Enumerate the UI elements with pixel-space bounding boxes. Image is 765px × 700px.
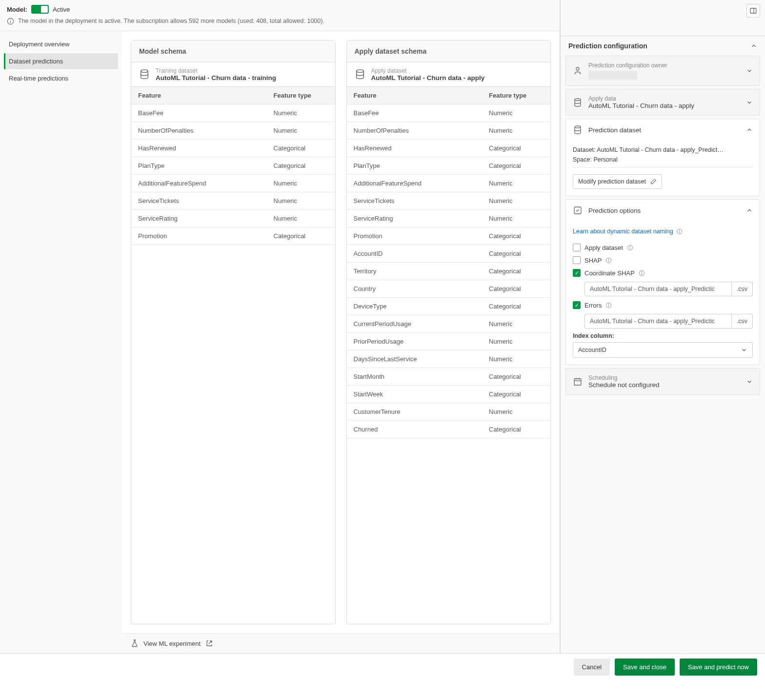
table-row: ServiceRatingNumeric xyxy=(131,210,335,227)
training-dataset-name: AutoML Tutorial - Churn data - training xyxy=(156,74,276,82)
info-icon xyxy=(676,228,683,235)
feature-cell: PriorPeriodUsage xyxy=(347,333,483,350)
feature-cell: HasRenewed xyxy=(347,140,483,157)
prediction-config-panel: Prediction configuration Prediction conf… xyxy=(560,0,765,653)
chevron-down-icon xyxy=(746,99,753,106)
feature-type-cell: Numeric xyxy=(482,104,550,122)
feature-cell: Territory xyxy=(347,263,483,280)
feature-cell: Churned xyxy=(347,421,483,438)
errors-checkbox[interactable] xyxy=(573,301,581,309)
view-ml-experiment-link[interactable]: View ML experiment xyxy=(122,633,560,653)
feature-cell: CustomerTenure xyxy=(347,403,483,420)
table-row: ServiceTicketsNumeric xyxy=(347,192,551,210)
apply-schema-title: Apply dataset schema xyxy=(347,41,551,62)
table-row: ServiceTicketsNumeric xyxy=(131,192,335,210)
feature-cell: NumberOfPenalties xyxy=(347,122,483,139)
feature-type-cell: Numeric xyxy=(267,210,335,227)
learn-dynamic-naming-link[interactable]: Learn about dynamic dataset naming xyxy=(573,228,683,235)
prediction-dataset-section[interactable]: Prediction dataset xyxy=(566,119,760,141)
feature-type-cell: Categorical xyxy=(267,140,335,157)
save-and-close-button[interactable]: Save and close xyxy=(615,659,675,676)
chevron-up-icon xyxy=(746,207,753,214)
model-status: Active xyxy=(53,6,70,13)
save-and-predict-button[interactable]: Save and predict now xyxy=(680,659,757,676)
options-icon xyxy=(573,206,583,215)
prediction-dataset-name: AutoML Tutorial - Churn data - apply_Pre… xyxy=(597,146,723,153)
model-schema-panel: Model schema Training dataset AutoML Tut… xyxy=(131,40,336,624)
feature-type-cell: Numeric xyxy=(482,192,550,209)
model-active-toggle[interactable] xyxy=(31,5,49,14)
coordinate-shap-filename-input[interactable] xyxy=(584,282,732,296)
coordinate-shap-checkbox[interactable] xyxy=(573,269,581,277)
table-row: PlanTypeCategorical xyxy=(347,157,551,175)
apply-data-section[interactable]: Apply data AutoML Tutorial - Churn data … xyxy=(566,89,760,115)
sidebar-item-dataset-predictions[interactable]: Dataset predictions xyxy=(4,53,118,69)
cancel-button[interactable]: Cancel xyxy=(574,659,610,676)
sidebar-item-deployment-overview[interactable]: Deployment overview xyxy=(4,36,118,52)
svg-point-9 xyxy=(575,126,581,128)
feature-type-cell: Numeric xyxy=(482,210,550,227)
index-column-select[interactable]: AccountID xyxy=(573,342,753,358)
apply-dataset-checkbox[interactable] xyxy=(573,244,581,251)
feature-cell: ServiceRating xyxy=(131,210,267,227)
feature-type-cell: Numeric xyxy=(267,175,335,192)
svg-point-7 xyxy=(576,67,579,70)
chevron-up-icon xyxy=(746,126,753,133)
svg-point-25 xyxy=(608,304,609,304)
collapse-panel-button[interactable] xyxy=(746,4,760,18)
external-link-icon xyxy=(205,639,213,647)
model-info-text: The model in the deployment is active. T… xyxy=(18,17,324,26)
col-feature: Feature xyxy=(347,87,483,104)
table-row: DaysSinceLastServiceNumeric xyxy=(347,350,551,368)
person-icon xyxy=(573,66,583,76)
svg-point-3 xyxy=(141,70,148,73)
feature-type-cell: Numeric xyxy=(267,122,335,139)
feature-cell: ServiceTickets xyxy=(131,192,267,209)
config-owner-section[interactable]: Prediction configuration owner xyxy=(566,56,760,85)
table-row: NumberOfPenaltiesNumeric xyxy=(131,122,335,140)
svg-rect-26 xyxy=(574,379,581,385)
sidebar-item-real-time-predictions[interactable]: Real-time predictions xyxy=(4,70,118,86)
table-row: AccountIDCategorical xyxy=(347,245,551,263)
feature-cell: StartWeek xyxy=(347,386,483,403)
feature-cell: Promotion xyxy=(347,227,483,245)
feature-cell: PlanType xyxy=(347,157,483,174)
feature-type-cell: Categorical xyxy=(482,140,550,157)
top-bar: Model: Active The model in the deploymen… xyxy=(0,0,560,31)
svg-rect-5 xyxy=(750,8,756,13)
apply-dataset-label: Apply dataset xyxy=(371,67,485,74)
feature-cell: ServiceRating xyxy=(347,210,483,227)
index-column-label: Index column: xyxy=(573,332,753,339)
table-row: DeviceTypeCategorical xyxy=(347,298,551,315)
database-icon xyxy=(573,125,583,135)
svg-point-2 xyxy=(10,20,11,20)
model-feature-table: Feature Feature type BaseFeeNumericNumbe… xyxy=(131,87,335,624)
shap-checkbox[interactable] xyxy=(573,256,581,264)
col-feature: Feature xyxy=(131,87,267,104)
model-label: Model: xyxy=(7,6,27,13)
chevron-down-icon xyxy=(746,67,753,74)
errors-filename-input[interactable] xyxy=(584,314,732,329)
feature-cell: HasRenewed xyxy=(131,140,267,157)
table-row: PriorPeriodUsageNumeric xyxy=(347,333,551,350)
feature-cell: CurrentPeriodUsage xyxy=(347,315,483,332)
owner-value-chip xyxy=(588,71,637,80)
feature-type-cell: Categorical xyxy=(482,227,550,245)
table-row: BaseFeeNumeric xyxy=(347,104,551,122)
col-feature-type: Feature type xyxy=(267,87,335,104)
chevron-up-icon xyxy=(750,42,757,49)
feature-cell: StartMonth xyxy=(347,368,483,385)
prediction-config-header[interactable]: Prediction configuration xyxy=(561,36,765,56)
sidebar: Deployment overview Dataset predictions … xyxy=(0,31,122,653)
prediction-options-section[interactable]: Prediction options xyxy=(566,200,760,221)
apply-dataset-name: AutoML Tutorial - Churn data - apply xyxy=(371,74,485,82)
svg-rect-10 xyxy=(574,207,581,214)
prediction-dataset-space: Personal xyxy=(593,156,617,163)
modify-prediction-dataset-button[interactable]: Modify prediction dataset xyxy=(573,174,662,189)
footer-actions: Cancel Save and close Save and predict n… xyxy=(0,653,765,680)
feature-cell: AdditionalFeatureSpend xyxy=(347,175,483,192)
table-row: PlanTypeCategorical xyxy=(131,157,335,175)
scheduling-section[interactable]: Scheduling Schedule not configured xyxy=(566,369,760,394)
info-icon xyxy=(639,270,645,276)
feature-type-cell: Numeric xyxy=(482,122,550,139)
